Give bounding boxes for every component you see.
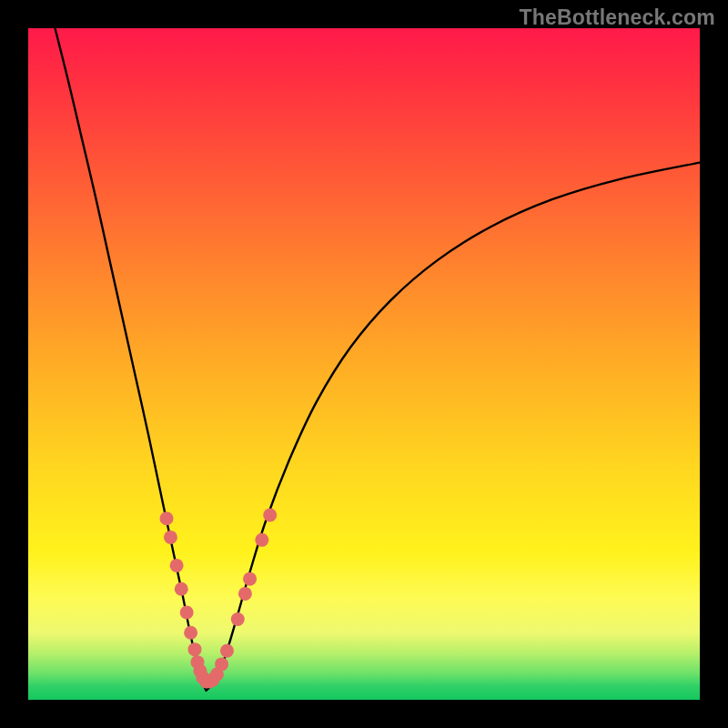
data-marker [238,587,252,601]
data-marker [175,582,188,596]
data-marker [160,511,174,525]
data-marker [243,572,257,586]
chart-frame: TheBottleneck.com [0,0,728,728]
data-marker [188,642,202,656]
data-marker [164,531,177,544]
data-marker [255,533,268,547]
chart-svg [28,28,700,700]
data-marker [215,657,228,671]
data-marker [170,559,184,572]
data-marker [231,612,245,626]
data-marker [263,509,277,522]
marker-group [160,509,278,689]
data-marker [220,644,234,658]
curve-right-branch [207,163,700,691]
watermark-text: TheBottleneck.com [519,5,715,30]
data-marker [184,626,197,640]
data-marker [180,606,194,620]
